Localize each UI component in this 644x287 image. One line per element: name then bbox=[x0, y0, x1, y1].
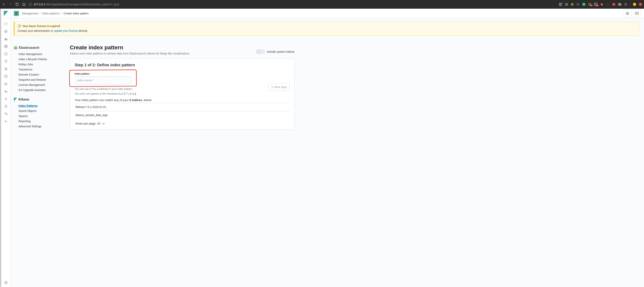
reload-button[interactable] bbox=[16, 3, 19, 6]
browser-chrome: i 127.0.0.1:5601/app/kibana#/management/… bbox=[0, 0, 644, 9]
kibana-logo-icon[interactable] bbox=[1, 9, 11, 18]
svg-point-36 bbox=[627, 13, 628, 14]
svg-point-14 bbox=[4, 30, 7, 33]
svg-rect-1 bbox=[559, 4, 562, 4]
siem-icon[interactable] bbox=[4, 105, 8, 108]
step-title: Step 1 of 2: Define index pattern bbox=[75, 63, 290, 67]
svg-rect-29 bbox=[4, 75, 7, 78]
nav-reporting[interactable]: Reporting bbox=[18, 120, 30, 123]
index-pattern-input[interactable] bbox=[75, 76, 131, 84]
extension-box-2[interactable] bbox=[594, 3, 597, 6]
apm-icon[interactable] bbox=[4, 90, 8, 93]
extension-gstar-icon[interactable]: g bbox=[600, 3, 604, 6]
mail-button[interactable] bbox=[633, 10, 641, 17]
forward-button[interactable] bbox=[9, 3, 12, 6]
dashboard-icon[interactable] bbox=[4, 45, 8, 48]
nav-rollup[interactable]: Rollup Jobs bbox=[18, 63, 33, 66]
back-button[interactable] bbox=[2, 3, 6, 6]
newsfeed-button[interactable] bbox=[624, 10, 632, 17]
update-license-link[interactable]: update your license bbox=[54, 29, 78, 32]
uptime-icon[interactable] bbox=[4, 97, 8, 101]
next-step-button[interactable]: Next step bbox=[268, 83, 290, 91]
index-row: filebeat-7.5.1-2020.01.01 bbox=[75, 103, 290, 111]
svg-rect-16 bbox=[6, 38, 6, 40]
svg-rect-18 bbox=[4, 45, 6, 46]
discover-icon[interactable] bbox=[4, 30, 8, 33]
extension-dark-icon[interactable] bbox=[606, 3, 610, 6]
metrics-icon[interactable] bbox=[4, 75, 8, 78]
svg-point-9 bbox=[606, 3, 610, 6]
nav-snapshot[interactable]: Snapshot and Restore bbox=[18, 78, 46, 81]
url-host: 127.0.0.1 bbox=[34, 3, 45, 6]
address-bar[interactable]: 127.0.0.1:5601/app/kibana#/management/ki… bbox=[34, 3, 119, 6]
svg-rect-31 bbox=[4, 91, 6, 91]
monitoring-icon[interactable] bbox=[4, 120, 8, 123]
rows-per-page-button[interactable]: Rows per page: 10 bbox=[75, 119, 290, 126]
nav-index-management[interactable]: Index Management bbox=[18, 53, 42, 56]
breadcrumb-management[interactable]: Management bbox=[22, 12, 38, 15]
management-icon[interactable] bbox=[4, 281, 8, 285]
diamond-icon[interactable] bbox=[576, 3, 580, 6]
extension-record-icon[interactable] bbox=[639, 3, 642, 6]
svg-rect-15 bbox=[5, 39, 5, 40]
nav-transforms[interactable]: Transforms bbox=[18, 68, 32, 71]
separator bbox=[630, 3, 630, 6]
svg-rect-17 bbox=[6, 39, 7, 40]
nav-remote-clusters[interactable]: Remote Clusters bbox=[18, 73, 39, 76]
bookmark-star-icon[interactable] bbox=[565, 3, 568, 6]
reader-icon[interactable] bbox=[559, 3, 562, 6]
svg-rect-7 bbox=[590, 5, 591, 6]
include-system-indices-toggle[interactable]: ✕ bbox=[256, 50, 265, 54]
field-label: Index pattern bbox=[75, 73, 131, 75]
devtools-icon[interactable] bbox=[4, 112, 8, 116]
rows-per-page-label: Rows per page: 10 bbox=[76, 122, 100, 125]
breadcrumb: Management / Index patterns / Create ind… bbox=[22, 12, 88, 15]
nav-license[interactable]: License Management bbox=[18, 83, 45, 87]
section-elasticsearch: Elasticsearch bbox=[14, 46, 65, 50]
url-path: :5601/app/kibana#/management/kibana/inde… bbox=[45, 3, 119, 6]
svg-marker-10 bbox=[612, 3, 615, 6]
svg-point-30 bbox=[5, 76, 6, 76]
maps-icon[interactable] bbox=[4, 60, 8, 63]
nav-advanced-settings[interactable]: Advanced Settings bbox=[18, 125, 42, 128]
svg-rect-33 bbox=[5, 106, 7, 108]
extension-dot-icon[interactable] bbox=[571, 3, 574, 6]
check-icon[interactable]: ✓ bbox=[582, 3, 586, 6]
kibana-small-logo-icon bbox=[14, 98, 17, 101]
visualize-icon[interactable] bbox=[4, 37, 8, 41]
logs-icon[interactable] bbox=[4, 82, 8, 86]
svg-rect-8 bbox=[594, 3, 597, 6]
canvas-icon[interactable] bbox=[4, 52, 8, 56]
page-description: Kibana uses index patterns to retrieve d… bbox=[70, 52, 190, 55]
svg-point-12 bbox=[624, 3, 627, 6]
svg-rect-0 bbox=[559, 3, 562, 3]
extension-adblock-icon[interactable] bbox=[612, 3, 616, 6]
svg-rect-22 bbox=[4, 53, 7, 55]
section-kibana: Kibana bbox=[14, 98, 65, 101]
extension-box-1[interactable] bbox=[588, 3, 591, 6]
callout-title: Your basic license is expired bbox=[22, 25, 60, 28]
indices-list: filebeat-7.5.1-2020.01.01 kibana_sample_… bbox=[75, 103, 290, 119]
nav-spaces[interactable]: Spaces bbox=[18, 115, 28, 118]
nav-upgrade[interactable]: 8.0 Upgrade Assistant bbox=[18, 88, 46, 92]
svg-point-24 bbox=[5, 68, 5, 68]
section-kb-label: Kibana bbox=[18, 98, 29, 101]
home-button[interactable] bbox=[22, 3, 26, 6]
site-info-icon[interactable]: i bbox=[29, 3, 32, 6]
nav-ilm[interactable]: Index Lifecycle Policies bbox=[18, 58, 47, 61]
extension-mail-icon[interactable] bbox=[618, 3, 621, 6]
breadcrumb-index-patterns[interactable]: Index patterns bbox=[42, 12, 60, 15]
next-step-label: Next step bbox=[274, 85, 287, 89]
breadcrumb-sep-2: / bbox=[61, 12, 62, 15]
extension-generic-icon[interactable] bbox=[624, 3, 627, 6]
space-selector[interactable]: D bbox=[14, 11, 19, 16]
breadcrumb-sep-1: / bbox=[40, 12, 40, 15]
elasticsearch-logo-icon bbox=[14, 46, 17, 50]
ml-icon[interactable] bbox=[4, 67, 8, 71]
recent-icon[interactable] bbox=[4, 22, 8, 26]
profile-icon[interactable] bbox=[633, 3, 636, 6]
nav-index-patterns[interactable]: Index Patterns bbox=[18, 104, 38, 107]
nav-saved-objects[interactable]: Saved Objects bbox=[18, 109, 36, 113]
help-text-2: You can't use spaces or the characters \… bbox=[75, 92, 290, 96]
svg-point-23 bbox=[6, 61, 6, 61]
